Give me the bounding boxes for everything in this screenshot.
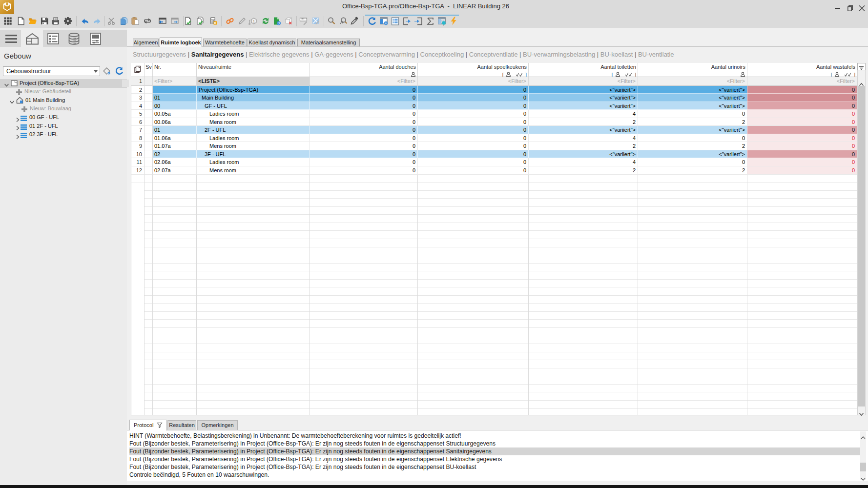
svg-text:1: 1 (253, 19, 255, 23)
